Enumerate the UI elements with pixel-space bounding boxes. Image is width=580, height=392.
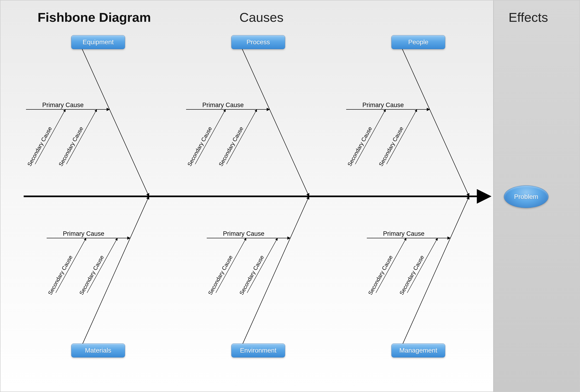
svg-line-9 (402, 48, 469, 196)
category-management[interactable]: Management (391, 344, 445, 357)
svg-line-4 (66, 109, 97, 164)
svg-line-15 (56, 238, 86, 293)
secondary-cause-label: Secondary Cause (207, 254, 234, 296)
svg-line-23 (376, 238, 406, 293)
problem-effect[interactable]: Problem (504, 186, 549, 208)
secondary-cause-label: Secondary Cause (47, 254, 74, 296)
svg-line-11 (355, 109, 386, 164)
secondary-cause-label: Secondary Cause (398, 254, 426, 296)
title-causes: Causes (239, 10, 284, 25)
secondary-cause-label: Secondary Cause (186, 126, 213, 167)
title-main: Fishbone Diagram (38, 10, 151, 25)
category-equipment[interactable]: Equipment (71, 35, 125, 49)
svg-line-12 (387, 109, 417, 164)
primary-cause-label: Primary Cause (42, 101, 84, 109)
category-materials[interactable]: Materials (71, 344, 125, 357)
category-people[interactable]: People (391, 35, 445, 49)
title-effects: Effects (509, 10, 548, 25)
primary-cause-label: Primary Cause (383, 230, 425, 237)
secondary-cause-label: Secondary Cause (78, 254, 105, 296)
diagram-canvas: Fishbone Diagram Causes Effects Equipmen… (0, 0, 580, 392)
category-environment[interactable]: Environment (231, 344, 285, 357)
category-process[interactable]: Process (231, 35, 285, 49)
svg-line-3 (35, 109, 65, 164)
secondary-cause-label: Secondary Cause (26, 126, 53, 167)
primary-cause-label: Primary Cause (63, 230, 104, 237)
primary-cause-label: Primary Cause (202, 101, 244, 109)
secondary-cause-label: Secondary Cause (378, 126, 405, 167)
secondary-cause-label: Secondary Cause (58, 126, 85, 167)
secondary-cause-label: Secondary Cause (238, 254, 265, 296)
secondary-cause-label: Secondary Cause (367, 254, 394, 296)
primary-cause-label: Primary Cause (223, 230, 265, 237)
svg-line-20 (247, 238, 278, 293)
svg-line-16 (87, 238, 117, 293)
secondary-cause-label: Secondary Cause (346, 126, 374, 167)
svg-line-5 (242, 48, 309, 196)
svg-line-19 (216, 238, 246, 293)
svg-line-7 (195, 109, 226, 164)
secondary-cause-label: Secondary Cause (218, 126, 245, 167)
svg-line-8 (226, 109, 257, 164)
primary-cause-label: Primary Cause (362, 101, 404, 109)
svg-line-1 (82, 48, 149, 196)
svg-line-24 (407, 238, 437, 293)
